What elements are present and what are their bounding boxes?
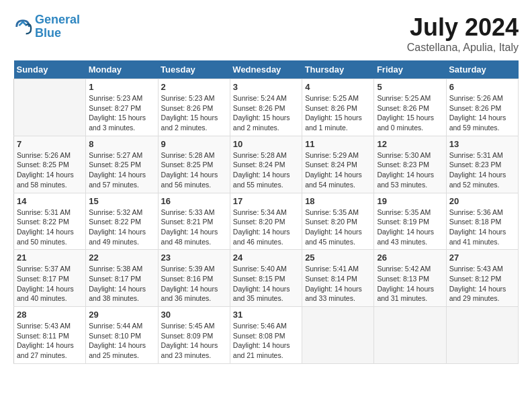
day-info: Sunrise: 5:23 AM Sunset: 8:26 PM Dayligh… [161,93,227,133]
calendar-cell: 15Sunrise: 5:32 AM Sunset: 8:22 PM Dayli… [86,193,158,250]
day-info: Sunrise: 5:26 AM Sunset: 8:25 PM Dayligh… [17,150,83,190]
day-number: 9 [161,139,227,149]
day-info: Sunrise: 5:28 AM Sunset: 8:25 PM Dayligh… [161,150,227,190]
weekday-header-friday: Friday [374,60,446,79]
calendar-header: SundayMondayTuesdayWednesdayThursdayFrid… [14,60,519,79]
weekday-header-tuesday: Tuesday [158,60,230,79]
day-info: Sunrise: 5:31 AM Sunset: 8:23 PM Dayligh… [449,150,515,190]
month-year-title: July 2024 [407,13,519,42]
calendar-cell: 4Sunrise: 5:25 AM Sunset: 8:26 PM Daylig… [302,79,374,136]
day-number: 17 [233,196,299,206]
day-number: 19 [377,196,443,206]
day-info: Sunrise: 5:25 AM Sunset: 8:26 PM Dayligh… [305,93,371,133]
day-info: Sunrise: 5:33 AM Sunset: 8:21 PM Dayligh… [161,208,227,247]
day-info: Sunrise: 5:34 AM Sunset: 8:20 PM Dayligh… [233,208,299,247]
day-number: 5 [377,82,443,92]
day-info: Sunrise: 5:32 AM Sunset: 8:22 PM Dayligh… [89,208,154,247]
calendar-cell: 6Sunrise: 5:26 AM Sunset: 8:26 PM Daylig… [446,79,518,136]
day-info: Sunrise: 5:35 AM Sunset: 8:19 PM Dayligh… [377,208,443,247]
calendar-body: 1Sunrise: 5:23 AM Sunset: 8:27 PM Daylig… [14,79,519,364]
calendar-cell: 12Sunrise: 5:30 AM Sunset: 8:23 PM Dayli… [374,136,446,193]
calendar-cell: 21Sunrise: 5:37 AM Sunset: 8:17 PM Dayli… [14,250,86,307]
day-info: Sunrise: 5:45 AM Sunset: 8:09 PM Dayligh… [161,321,227,361]
day-info: Sunrise: 5:35 AM Sunset: 8:20 PM Dayligh… [305,208,371,247]
calendar-cell: 22Sunrise: 5:38 AM Sunset: 8:17 PM Dayli… [86,250,158,307]
calendar-cell: 20Sunrise: 5:36 AM Sunset: 8:18 PM Dayli… [446,193,518,250]
location-subtitle: Castellana, Apulia, Italy [407,42,519,54]
calendar-cell: 17Sunrise: 5:34 AM Sunset: 8:20 PM Dayli… [230,193,302,250]
calendar-cell: 25Sunrise: 5:41 AM Sunset: 8:14 PM Dayli… [302,250,374,307]
calendar-cell: 23Sunrise: 5:39 AM Sunset: 8:16 PM Dayli… [158,250,230,307]
day-number: 11 [305,139,371,149]
day-info: Sunrise: 5:26 AM Sunset: 8:26 PM Dayligh… [449,93,515,133]
calendar-cell: 9Sunrise: 5:28 AM Sunset: 8:25 PM Daylig… [158,136,230,193]
day-info: Sunrise: 5:28 AM Sunset: 8:24 PM Dayligh… [233,150,299,190]
calendar-cell: 2Sunrise: 5:23 AM Sunset: 8:26 PM Daylig… [158,79,230,136]
day-number: 1 [89,82,154,92]
calendar-cell: 31Sunrise: 5:46 AM Sunset: 8:08 PM Dayli… [230,307,302,364]
day-number: 4 [305,82,371,92]
day-number: 18 [305,196,371,206]
day-info: Sunrise: 5:24 AM Sunset: 8:26 PM Dayligh… [233,93,299,133]
day-number: 23 [161,253,227,263]
day-number: 24 [233,253,299,263]
calendar-cell: 3Sunrise: 5:24 AM Sunset: 8:26 PM Daylig… [230,79,302,136]
day-number: 12 [377,139,443,149]
calendar-cell [446,307,518,364]
day-number: 16 [161,196,227,206]
day-number: 31 [233,310,299,320]
weekday-header-wednesday: Wednesday [230,60,302,79]
logo-icon [13,17,32,36]
calendar-week-row: 14Sunrise: 5:31 AM Sunset: 8:22 PM Dayli… [14,193,519,250]
day-number: 10 [233,139,299,149]
calendar-cell [302,307,374,364]
day-info: Sunrise: 5:40 AM Sunset: 8:15 PM Dayligh… [233,264,299,304]
calendar-cell: 28Sunrise: 5:43 AM Sunset: 8:11 PM Dayli… [14,307,86,364]
calendar-cell: 24Sunrise: 5:40 AM Sunset: 8:15 PM Dayli… [230,250,302,307]
title-section: July 2024 Castellana, Apulia, Italy [407,13,519,54]
day-number: 25 [305,253,371,263]
day-number: 13 [449,139,515,149]
calendar-cell: 8Sunrise: 5:27 AM Sunset: 8:25 PM Daylig… [86,136,158,193]
day-number: 3 [233,82,299,92]
calendar-cell [374,307,446,364]
calendar-cell: 1Sunrise: 5:23 AM Sunset: 8:27 PM Daylig… [86,79,158,136]
day-info: Sunrise: 5:31 AM Sunset: 8:22 PM Dayligh… [17,208,83,247]
calendar-cell: 18Sunrise: 5:35 AM Sunset: 8:20 PM Dayli… [302,193,374,250]
day-number: 8 [89,139,154,149]
page-header: General Blue July 2024 Castellana, Apuli… [13,13,519,54]
weekday-header-saturday: Saturday [446,60,518,79]
day-info: Sunrise: 5:25 AM Sunset: 8:26 PM Dayligh… [377,93,443,133]
weekday-header-row: SundayMondayTuesdayWednesdayThursdayFrid… [14,60,519,79]
weekday-header-thursday: Thursday [302,60,374,79]
day-number: 7 [17,139,83,149]
day-number: 22 [89,253,154,263]
calendar-cell: 29Sunrise: 5:44 AM Sunset: 8:10 PM Dayli… [86,307,158,364]
day-info: Sunrise: 5:38 AM Sunset: 8:17 PM Dayligh… [89,264,154,304]
calendar-cell: 13Sunrise: 5:31 AM Sunset: 8:23 PM Dayli… [446,136,518,193]
calendar-week-row: 7Sunrise: 5:26 AM Sunset: 8:25 PM Daylig… [14,136,519,193]
day-number: 29 [89,310,154,320]
calendar-cell: 5Sunrise: 5:25 AM Sunset: 8:26 PM Daylig… [374,79,446,136]
calendar-table: SundayMondayTuesdayWednesdayThursdayFrid… [13,60,519,364]
calendar-week-row: 28Sunrise: 5:43 AM Sunset: 8:11 PM Dayli… [14,307,519,364]
day-number: 15 [89,196,154,206]
logo: General Blue [13,13,80,40]
day-info: Sunrise: 5:43 AM Sunset: 8:11 PM Dayligh… [17,321,83,361]
day-info: Sunrise: 5:46 AM Sunset: 8:08 PM Dayligh… [233,321,299,361]
day-info: Sunrise: 5:23 AM Sunset: 8:27 PM Dayligh… [89,93,154,133]
day-number: 6 [449,82,515,92]
calendar-cell: 11Sunrise: 5:29 AM Sunset: 8:24 PM Dayli… [302,136,374,193]
day-info: Sunrise: 5:42 AM Sunset: 8:13 PM Dayligh… [377,264,443,304]
weekday-header-sunday: Sunday [14,60,86,79]
day-number: 14 [17,196,83,206]
calendar-cell: 14Sunrise: 5:31 AM Sunset: 8:22 PM Dayli… [14,193,86,250]
day-info: Sunrise: 5:37 AM Sunset: 8:17 PM Dayligh… [17,264,83,304]
day-info: Sunrise: 5:29 AM Sunset: 8:24 PM Dayligh… [305,150,371,190]
day-number: 27 [449,253,515,263]
day-info: Sunrise: 5:30 AM Sunset: 8:23 PM Dayligh… [377,150,443,190]
day-number: 20 [449,196,515,206]
calendar-week-row: 21Sunrise: 5:37 AM Sunset: 8:17 PM Dayli… [14,250,519,307]
logo-text: General Blue [35,13,80,40]
day-number: 21 [17,253,83,263]
